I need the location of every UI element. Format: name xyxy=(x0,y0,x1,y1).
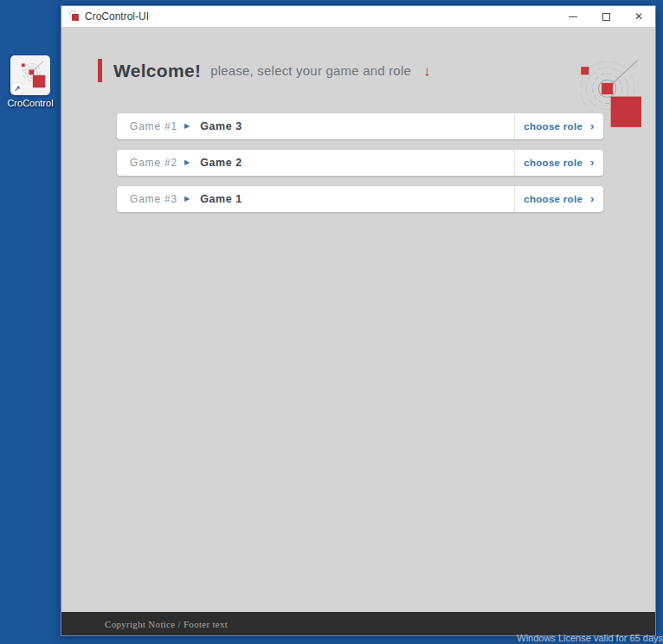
game-row-3[interactable]: Game #3 ▶ Game 1 choose role › xyxy=(117,186,603,212)
game-name: Game 1 xyxy=(200,193,242,205)
crocontrol-logo-icon: ↗ xyxy=(10,55,50,95)
choose-role-label: choose role xyxy=(524,158,583,168)
game-list: Game #1 ▶ Game 3 choose role › Game #2 ▶… xyxy=(117,113,603,222)
choose-role-label: choose role xyxy=(524,194,583,204)
app-window: CroControl-UI ✕ xyxy=(61,5,656,636)
down-arrow-icon: ↓ xyxy=(423,63,431,80)
page-title: Welcome! xyxy=(113,61,201,81)
close-icon: ✕ xyxy=(634,11,643,22)
close-button[interactable]: ✕ xyxy=(622,6,655,27)
titlebar[interactable]: CroControl-UI ✕ xyxy=(61,6,655,27)
game-row-main: Game #3 ▶ Game 1 xyxy=(117,186,514,212)
app-icon xyxy=(68,10,80,23)
game-row-main: Game #2 ▶ Game 2 xyxy=(117,150,514,176)
desktop: ↗ CroControl Windows License valid for 6… xyxy=(0,0,663,644)
window-title: CroControl-UI xyxy=(85,10,149,23)
choose-role-button-3[interactable]: choose role › xyxy=(514,186,603,212)
windows-license-notice: Windows License valid for 65 days xyxy=(517,633,663,643)
choose-role-button-2[interactable]: choose role › xyxy=(514,150,603,176)
shortcut-arrow-icon: ↗ xyxy=(12,83,23,93)
window-footer: Copyright Notice / Footer text xyxy=(61,612,655,635)
choose-role-button-1[interactable]: choose role › xyxy=(514,113,603,139)
play-icon: ▶ xyxy=(184,195,190,203)
footer-text: Copyright Notice / Footer text xyxy=(105,619,228,629)
chevron-right-icon: › xyxy=(590,119,595,132)
game-name: Game 2 xyxy=(200,157,242,169)
game-name: Game 3 xyxy=(200,120,242,132)
game-row-2[interactable]: Game #2 ▶ Game 2 choose role › xyxy=(117,150,603,176)
maximize-button[interactable] xyxy=(589,6,622,27)
minimize-icon xyxy=(569,16,577,17)
chevron-right-icon: › xyxy=(590,192,595,205)
game-slot-label: Game #2 xyxy=(130,157,177,169)
game-slot-label: Game #3 xyxy=(130,193,177,205)
game-slot-label: Game #1 xyxy=(130,120,177,132)
main-content: Welcome! please, select your game and ro… xyxy=(61,27,655,612)
chevron-right-icon: › xyxy=(590,156,595,169)
accent-bar xyxy=(98,59,102,82)
desktop-icon-label: CroControl xyxy=(3,98,57,108)
minimize-button[interactable] xyxy=(557,6,589,27)
window-controls: ✕ xyxy=(557,6,655,27)
play-icon: ▶ xyxy=(184,158,190,166)
play-icon: ▶ xyxy=(184,122,190,130)
game-row-1[interactable]: Game #1 ▶ Game 3 choose role › xyxy=(117,113,603,139)
game-row-main: Game #1 ▶ Game 3 xyxy=(117,113,514,139)
maximize-icon xyxy=(602,13,610,21)
page-subtitle: please, select your game and role xyxy=(210,63,411,78)
desktop-shortcut-crocontrol[interactable]: ↗ CroControl xyxy=(3,55,57,108)
choose-role-label: choose role xyxy=(524,121,583,132)
